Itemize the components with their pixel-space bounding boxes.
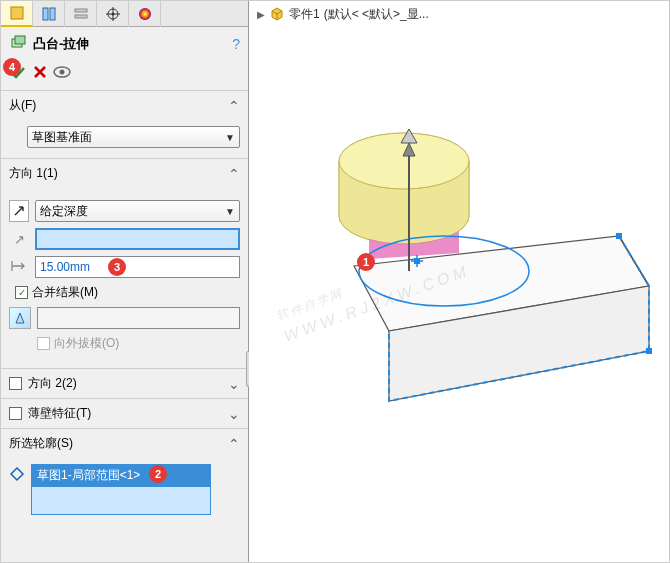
chevron-down-icon: ⌄	[228, 376, 240, 392]
contour-icon	[9, 466, 25, 485]
dir2-enable-checkbox[interactable]	[9, 377, 22, 390]
annotation-badge-1: 1	[357, 253, 375, 271]
property-manager-panel: 凸台-拉伸 ? 4 从(F) ⌃ 草图基准面 ▼ 方向 1(1)	[1, 1, 249, 562]
depth-icon	[9, 259, 29, 276]
graphics-viewport[interactable]: ▶ 零件1 (默认< <默认>_显...	[249, 1, 669, 562]
ok-button[interactable]: 4	[9, 64, 27, 82]
depth-input[interactable]: 15.00mm 3	[35, 256, 240, 278]
merge-result-row[interactable]: ✓ 合并结果(M)	[15, 284, 240, 301]
draft-icon	[13, 311, 27, 325]
draft-outward-checkbox[interactable]	[37, 337, 50, 350]
thin-label: 薄壁特征(T)	[28, 405, 91, 422]
cancel-button[interactable]	[33, 65, 47, 82]
dir2-label: 方向 2(2)	[28, 375, 77, 392]
contour-selection-item[interactable]: 草图1-局部范围<1> 2	[31, 464, 211, 487]
section-from: 从(F) ⌃ 草图基准面 ▼	[1, 90, 248, 158]
draft-angle-button[interactable]	[9, 307, 31, 329]
config-icon	[73, 6, 89, 22]
dir1-label: 方向 1(1)	[9, 165, 58, 182]
tab-configuration-manager[interactable]	[65, 1, 97, 27]
section-dir2-header[interactable]: 方向 2(2) ⌄	[1, 369, 248, 398]
svg-rect-20	[646, 348, 652, 354]
contour-listbox-empty[interactable]	[31, 487, 211, 515]
dropdown-arrow-icon: ▼	[225, 132, 235, 143]
section-direction-1: 方向 1(1) ⌃ 给定深度 ▼ ↗	[1, 158, 248, 368]
chevron-up-icon: ⌃	[228, 166, 240, 182]
merge-label: 合并结果(M)	[32, 284, 98, 301]
chevron-up-icon: ⌃	[228, 436, 240, 452]
section-contour-header[interactable]: 所选轮廓(S) ⌃	[1, 429, 248, 458]
tab-feature-manager[interactable]	[1, 1, 33, 27]
svg-rect-2	[50, 8, 55, 20]
section-dir1-header[interactable]: 方向 1(1) ⌃	[1, 159, 248, 188]
contour-label: 所选轮廓(S)	[9, 435, 73, 452]
appearance-icon	[137, 6, 153, 22]
annotation-badge-2: 2	[149, 465, 167, 483]
direction-reference-input[interactable]	[35, 228, 240, 250]
svg-rect-3	[75, 9, 87, 12]
reverse-direction-button[interactable]	[9, 200, 29, 222]
contour-selection-text: 草图1-局部范围<1>	[37, 468, 140, 482]
direction-vector-icon: ↗	[9, 232, 29, 247]
boss-extrude-icon	[9, 33, 27, 54]
tab-display-manager[interactable]	[129, 1, 161, 27]
from-label: 从(F)	[9, 97, 36, 114]
model-preview	[249, 1, 670, 561]
annotation-badge-4: 4	[3, 58, 21, 76]
svg-rect-21	[414, 258, 420, 264]
thin-enable-checkbox[interactable]	[9, 407, 22, 420]
from-plane-combo[interactable]: 草图基准面 ▼	[27, 126, 240, 148]
action-bar: 4	[1, 60, 248, 90]
feature-title: 凸台-拉伸	[33, 35, 89, 53]
section-thin-feature: 薄壁特征(T) ⌄	[1, 398, 248, 428]
section-selected-contours: 所选轮廓(S) ⌃ 草图1-局部范围<1> 2	[1, 428, 248, 545]
svg-rect-11	[15, 36, 25, 44]
depth-value: 15.00mm	[40, 260, 90, 274]
svg-rect-0	[11, 7, 23, 19]
section-thin-header[interactable]: 薄壁特征(T) ⌄	[1, 399, 248, 428]
target-icon	[105, 6, 121, 22]
svg-rect-19	[616, 233, 622, 239]
tab-property-manager[interactable]	[33, 1, 65, 27]
chevron-down-icon: ⌄	[228, 406, 240, 422]
svg-rect-4	[75, 15, 87, 18]
svg-point-13	[60, 69, 65, 74]
reverse-arrow-icon	[12, 204, 26, 218]
section-from-header[interactable]: 从(F) ⌃	[1, 91, 248, 120]
draft-outward-label: 向外拔模(O)	[54, 335, 119, 352]
section-direction-2: 方向 2(2) ⌄	[1, 368, 248, 398]
end-condition-combo[interactable]: 给定深度 ▼	[35, 200, 240, 222]
merge-checkbox[interactable]: ✓	[15, 286, 28, 299]
svg-rect-1	[43, 8, 48, 20]
preview-button[interactable]	[53, 65, 71, 82]
feature-tree-icon	[9, 5, 25, 21]
dropdown-arrow-icon: ▼	[225, 206, 235, 217]
help-icon[interactable]: ?	[232, 36, 240, 52]
chevron-up-icon: ⌃	[228, 98, 240, 114]
annotation-badge-3: 3	[108, 258, 126, 276]
draft-outward-row[interactable]: 向外拔模(O)	[37, 335, 240, 352]
panel-tabs	[1, 1, 248, 27]
end-condition-value: 给定深度	[40, 203, 88, 220]
property-icon	[41, 6, 57, 22]
from-plane-value: 草图基准面	[32, 129, 92, 146]
draft-angle-input[interactable]	[37, 307, 240, 329]
svg-point-9	[139, 8, 151, 20]
tab-dimxpert[interactable]	[97, 1, 129, 27]
feature-header: 凸台-拉伸 ?	[1, 27, 248, 60]
